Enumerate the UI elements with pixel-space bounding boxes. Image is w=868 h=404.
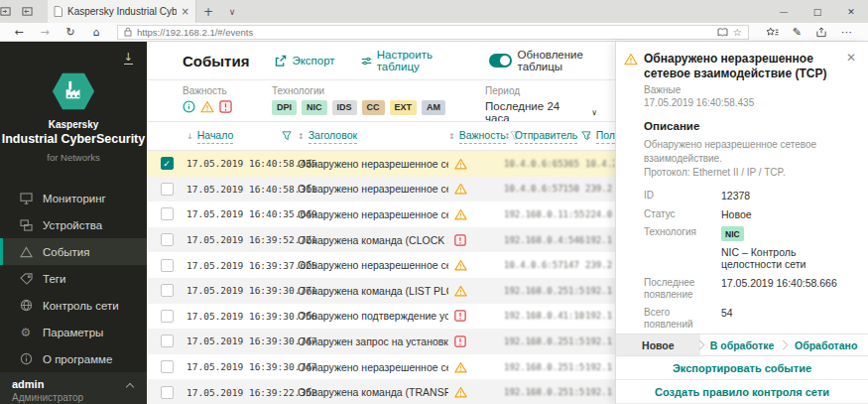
new-tab-button[interactable]: + [196,5,220,19]
tab-close-icon[interactable]: × [182,6,189,17]
column-header-severity[interactable]: ↕ Важность [448,128,504,145]
tech-badge-nic[interactable]: NIC [302,100,327,115]
configure-table-button[interactable]: Настроить таблицу [361,49,464,72]
row-checkbox[interactable] [147,360,186,373]
table-row[interactable]: 17.05.2019 16:40:58.311Обнаружено неразр… [147,177,615,202]
panel-meta: Важные 17.05.2019 16:40:58.435 [644,84,856,108]
column-header-receiver[interactable]: ↕ Полу [585,128,615,145]
filters-bar: Важность Технологии [147,80,615,121]
export-label: Экспорт [292,55,334,67]
export-event-button[interactable]: Экспортировать событие [616,356,868,380]
tech-badge-dpi[interactable]: DPI [272,100,297,115]
warning-icon [624,53,638,81]
refresh-button[interactable]: ↻ [60,26,81,39]
url-text[interactable]: https://192.168.2.1/#/events [137,27,712,38]
event-start-time: 17.05.2019 16:39:37.625 [186,260,298,271]
sidebar-item-label: Параметры [43,327,103,338]
browser-tab[interactable]: Kaspersky Industrial Cyb × [48,0,196,23]
table-row[interactable]: 17.05.2019 16:39:30.771Обнаружена команд… [147,278,615,304]
sidebar-item-settings[interactable]: ⚙ Параметры [0,319,147,345]
browser-nav-bar: ← → ↻ ⌂ https://192.168.2.1/#/events ☆ ✎… [0,23,868,42]
toggle-knob [500,56,510,66]
set-tabs-aside-icon[interactable] [0,6,22,17]
close-panel-icon[interactable]: ✕ [846,52,856,81]
event-receiver: 192.1 [585,337,615,346]
column-header-start[interactable]: ↓ Начало [186,128,298,145]
tech-badge-am[interactable]: AM [422,100,445,115]
detail-row: ID12378 [644,190,856,202]
sidebar-item-about[interactable]: О программе [0,345,147,372]
more-menu-icon[interactable]: ⋯ [841,26,852,39]
user-block[interactable]: admin Администратор [0,372,147,404]
tech-badge-ids[interactable]: IDS [332,100,357,115]
warning-icon [454,285,467,297]
row-checkbox[interactable] [147,259,186,272]
maximize-button[interactable]: □ [801,0,834,23]
sidebar-item-events[interactable]: События [0,238,147,265]
status-step-2[interactable]: В обработке [700,335,785,355]
table-row[interactable]: 17.05.2019 16:39:52.721Обнаружена команд… [147,227,615,253]
row-checkbox[interactable] [147,183,186,196]
row-checkbox[interactable]: ✓ [147,157,186,170]
row-checkbox[interactable] [147,386,186,399]
browser-tab-bar: Kaspersky Industrial Cyb × + ∨ — □ ✕ [0,0,868,23]
table-row[interactable]: 17.05.2019 16:39:22.352Обнаружена команд… [147,379,615,404]
sidebar-item-tags[interactable]: Теги [0,265,147,292]
export-button[interactable]: Экспорт [275,55,334,67]
row-checkbox[interactable] [147,284,186,297]
user-role: Администратор [12,392,135,403]
status-step-1[interactable]: Новое [616,335,700,355]
row-checkbox[interactable] [147,310,186,323]
table-row[interactable]: 17.05.2019 16:39:37.625Обнаружено неразр… [147,252,615,278]
tab-preview-icon[interactable] [22,6,44,17]
favorites-hub-icon[interactable] [767,27,779,38]
create-network-rule-button[interactable]: Создать правило контроля сети [616,380,868,404]
table-refresh-toggle[interactable] [489,54,511,67]
table-row[interactable]: 17.05.2019 16:39:30.756Обнаружено подтве… [147,304,615,330]
web-notes-pen-icon[interactable]: ✎ [793,26,802,39]
close-window-button[interactable]: ✕ [834,0,868,23]
home-button[interactable]: ⌂ [85,26,107,39]
sidebar-item-devices[interactable]: Устройства [0,211,147,238]
download-report-icon[interactable]: ↓ [124,52,133,65]
description-line: Обнаружено неразрешенное сетевое взаимод… [644,138,856,166]
column-label: Заголовок [309,128,357,145]
detail-value: Новое [721,208,752,220]
column-header-title[interactable]: ↕ Заголовок [298,128,448,145]
sidebar-item-network-control[interactable]: Контроль сети [0,292,147,319]
column-label: Начало [197,128,234,145]
share-icon[interactable] [815,27,827,38]
kics-app: ↓ Kaspersky Industrial CyberSecurity for… [0,42,868,404]
column-header-sender[interactable]: ↕ Отправитель [504,128,585,145]
back-button[interactable]: ← [8,26,30,39]
tech-badge-ext[interactable]: EXT [390,100,418,115]
filter-funnel-icon[interactable] [282,131,292,141]
brand-edition: for Networks [0,152,147,163]
row-checkbox[interactable] [147,233,186,246]
tab-list-chevron-icon[interactable]: ∨ [220,7,244,17]
table-row[interactable]: ✓17.05.2019 16:40:58.435Обнаружено нераз… [147,151,615,177]
warning-severity-icon[interactable] [200,100,214,113]
kaspersky-logo-icon [52,71,95,111]
reading-view-icon[interactable] [717,28,728,37]
forward-button[interactable]: → [34,26,56,39]
minimize-button[interactable]: — [767,0,801,23]
sidebar-item-monitoring[interactable]: Мониторинг [0,185,147,211]
tech-badge-cc[interactable]: CC [362,100,385,115]
favorite-star-icon[interactable]: ☆ [733,27,742,38]
row-checkbox[interactable] [147,335,186,347]
sort-both-icon: ↕ [448,132,455,141]
description-section: Описание Обнаружено неразрешенное сетево… [644,120,856,180]
status-step-3[interactable]: Обработано [784,335,868,355]
critical-severity-icon[interactable] [219,100,232,113]
address-bar[interactable]: https://192.168.2.1/#/events ☆ [117,25,749,40]
info-severity-icon[interactable] [183,100,195,113]
row-checkbox[interactable] [147,207,186,220]
warning-icon [454,259,467,271]
table-row[interactable]: 17.05.2019 16:39:30.747Обнаружено неразр… [147,354,615,380]
sidebar-item-label: О программе [43,353,112,365]
table-row[interactable]: 17.05.2019 16:39:30.747Обнаружен запрос … [147,329,615,354]
table-row[interactable]: 17.05.2019 16:40:35.649Обнаружено неразр… [147,202,615,227]
sidebar-item-label: События [43,246,89,258]
warning-triangle-icon [19,245,33,259]
